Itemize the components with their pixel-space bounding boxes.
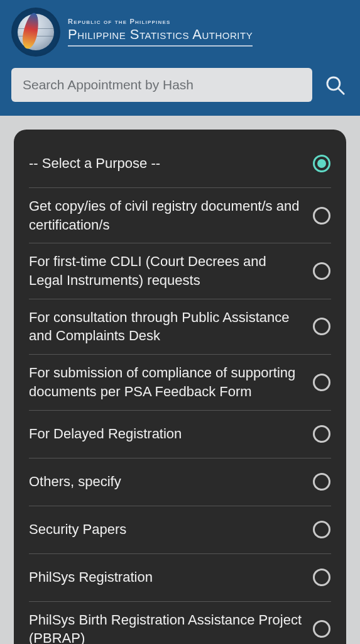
purpose-option[interactable]: PhilSys Registration: [29, 553, 331, 601]
brand-block: Republic of the Philippines Philippine S…: [11, 8, 349, 57]
radio-icon[interactable]: [312, 520, 331, 539]
brand-title: Philippine Statistics Authority: [68, 26, 253, 47]
radio-icon[interactable]: [312, 206, 331, 225]
purpose-option-label: Get copy/ies of civil registry document/…: [29, 197, 302, 234]
purpose-option-label: Others, specify: [29, 472, 302, 491]
purpose-option-label: For submission of compliance of supporti…: [29, 364, 302, 401]
purpose-option-label: PhilSys Registration: [29, 568, 302, 587]
radio-icon[interactable]: [312, 262, 331, 280]
search-input[interactable]: [11, 68, 312, 102]
radio-icon[interactable]: [312, 472, 331, 491]
radio-icon[interactable]: [312, 317, 331, 336]
purpose-option-label: For first-time CDLI (Court Decrees and L…: [29, 252, 302, 289]
purpose-option-label: PhilSys Birth Registration Assistance Pr…: [29, 611, 302, 645]
search-icon: [324, 74, 346, 96]
purpose-option-list: -- Select a Purpose --Get copy/ies of ci…: [29, 140, 331, 644]
purpose-card: -- Select a Purpose --Get copy/ies of ci…: [14, 130, 346, 644]
radio-icon[interactable]: [312, 425, 331, 443]
purpose-option[interactable]: For Delayed Registration: [29, 410, 331, 458]
purpose-option[interactable]: Security Papers: [29, 506, 331, 553]
radio-icon[interactable]: [312, 619, 331, 638]
purpose-option[interactable]: PhilSys Birth Registration Assistance Pr…: [29, 601, 331, 645]
radio-icon[interactable]: [312, 373, 331, 392]
purpose-option[interactable]: For consultation through Public Assistan…: [29, 299, 331, 354]
purpose-option[interactable]: For submission of compliance of supporti…: [29, 354, 331, 409]
purpose-option[interactable]: Get copy/ies of civil registry document/…: [29, 187, 331, 243]
purpose-option-label: For Delayed Registration: [29, 425, 302, 443]
radio-icon[interactable]: [312, 568, 331, 587]
search-button[interactable]: [321, 71, 349, 99]
purpose-option[interactable]: For first-time CDLI (Court Decrees and L…: [29, 243, 331, 298]
purpose-option[interactable]: -- Select a Purpose --: [29, 140, 331, 187]
brand-subtitle: Republic of the Philippines: [68, 18, 253, 25]
search-row: [11, 68, 349, 102]
purpose-option-label: Security Papers: [29, 520, 302, 539]
purpose-option-label: For consultation through Public Assistan…: [29, 308, 302, 345]
purpose-option-label: -- Select a Purpose --: [29, 154, 302, 173]
radio-icon[interactable]: [312, 154, 331, 173]
svg-line-1: [339, 89, 344, 94]
brand-text: Republic of the Philippines Philippine S…: [68, 18, 253, 47]
page-header: Republic of the Philippines Philippine S…: [0, 0, 360, 116]
psa-logo: [11, 8, 60, 57]
purpose-option[interactable]: Others, specify: [29, 458, 331, 506]
